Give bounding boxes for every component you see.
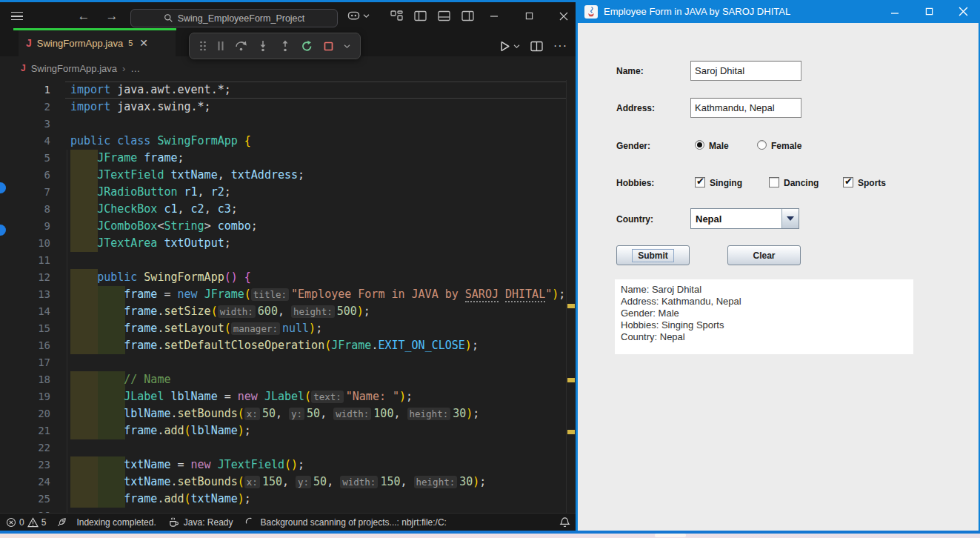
- rocket-icon[interactable]: [56, 517, 67, 528]
- command-center-search[interactable]: Swing_EmployeeForm_Project: [130, 9, 338, 27]
- line-number: 9: [21, 218, 50, 235]
- hobby-checkbox-sports[interactable]: [843, 177, 853, 187]
- breadcrumb-more[interactable]: …: [130, 63, 140, 74]
- code-line[interactable]: 25 frame.add(txtName);: [0, 491, 578, 508]
- code-line[interactable]: 21 frame.add(lblName);: [0, 422, 578, 439]
- run-chevron-icon: [513, 44, 520, 49]
- code-line[interactable]: 3: [0, 116, 578, 133]
- combo-arrow-icon: [787, 216, 794, 221]
- code-line[interactable]: 14 frame.setSize(width:600, height:500);: [0, 303, 578, 320]
- gender-radio-female[interactable]: [757, 140, 767, 150]
- code-line[interactable]: 8 JCheckBox c1, c2, c3;: [0, 201, 578, 218]
- code-line[interactable]: 10 JTextArea txtOutput;: [0, 235, 578, 252]
- code-line[interactable]: 23 txtName = new JTextField();: [0, 456, 578, 474]
- editor-actions: ···: [499, 33, 567, 59]
- more-actions-icon[interactable]: ···: [553, 39, 567, 53]
- app-minimize-button[interactable]: [879, 0, 911, 23]
- combo-dropdown-button[interactable]: [781, 209, 799, 228]
- indexing-status[interactable]: Indexing completed.: [76, 517, 156, 528]
- gender-radio-male[interactable]: [695, 140, 704, 150]
- close-button[interactable]: [553, 2, 575, 30]
- code-line[interactable]: 17: [0, 354, 578, 371]
- menu-hamburger-icon[interactable]: [7, 2, 27, 30]
- back-arrow-icon[interactable]: ←: [74, 2, 93, 30]
- bell-icon[interactable]: [559, 517, 570, 528]
- maximize-button[interactable]: [518, 2, 540, 30]
- minimize-button[interactable]: [483, 2, 505, 30]
- code-line[interactable]: 7 JRadioButton r1, r2;: [0, 184, 578, 201]
- warning-marker: [567, 430, 575, 434]
- run-button[interactable]: [499, 40, 520, 53]
- app-close-button[interactable]: [947, 0, 979, 23]
- address-field[interactable]: Kathmandu, Nepal: [690, 98, 801, 118]
- name-field[interactable]: Saroj Dhital: [690, 61, 801, 81]
- forward-arrow-icon[interactable]: →: [102, 2, 121, 30]
- copilot-button[interactable]: [342, 2, 373, 30]
- country-combobox[interactable]: Nepal: [690, 208, 799, 229]
- code-editor[interactable]: 1import java.awt.event.*;2import javax.s…: [0, 80, 578, 513]
- code-line[interactable]: 18 // Name: [0, 371, 578, 388]
- code-line[interactable]: 22: [0, 439, 578, 456]
- code-line[interactable]: 19 JLabel lblName = new JLabel(text:"Nam…: [0, 388, 578, 405]
- java-ready-status[interactable]: Java: Ready: [184, 517, 233, 528]
- line-number: 8: [21, 201, 50, 218]
- errors-count: 0: [19, 517, 24, 528]
- step-into-icon[interactable]: [257, 40, 269, 52]
- clear-button[interactable]: Clear: [727, 245, 801, 265]
- gender-option-label[interactable]: Female: [771, 141, 801, 151]
- code-line[interactable]: 16 frame.setDefaultCloseOperation(JFrame…: [0, 337, 578, 354]
- toggle-sidebar-icon[interactable]: [414, 10, 427, 21]
- toggle-panel-icon[interactable]: [438, 10, 450, 21]
- tab-close-icon[interactable]: ✕: [139, 37, 148, 49]
- code-line[interactable]: 9 JComboBox<String> combo;: [0, 218, 578, 235]
- line-number: 19: [21, 388, 50, 405]
- breadcrumb-file[interactable]: SwingFormApp.java: [31, 63, 117, 74]
- breadcrumb[interactable]: J SwingFormApp.java › …: [0, 56, 578, 80]
- customize-layout-icon[interactable]: [390, 10, 403, 21]
- stop-icon[interactable]: [323, 41, 334, 52]
- code-line[interactable]: 12 public SwingFormApp() {: [0, 269, 578, 286]
- code-line[interactable]: 4public class SwingFormApp {: [0, 133, 578, 150]
- stop-chevron-icon[interactable]: [344, 44, 350, 49]
- toggle-secondary-sidebar-icon[interactable]: [461, 10, 474, 21]
- code-line[interactable]: 5 JFrame frame;: [0, 150, 578, 167]
- drag-grip-icon[interactable]: [199, 41, 207, 51]
- code-line[interactable]: 24 txtName.setBounds(x:150, y:50, width:…: [0, 474, 578, 491]
- problems-status[interactable]: 0 5: [6, 517, 46, 528]
- code-line[interactable]: 26: [0, 508, 578, 513]
- chevron-down-icon: [363, 13, 370, 19]
- line-number: 23: [21, 456, 50, 474]
- desktop-strip: [0, 534, 980, 538]
- hobby-checkbox-singing[interactable]: [695, 177, 705, 187]
- gender-option-label[interactable]: Male: [709, 141, 729, 151]
- split-editor-icon[interactable]: [530, 41, 543, 52]
- restart-icon[interactable]: [301, 40, 313, 53]
- code-line[interactable]: 11: [0, 252, 578, 269]
- submit-button[interactable]: Submit: [616, 245, 690, 265]
- country-selected-value: Nepal: [691, 209, 781, 228]
- hobbies-label: Hobbies:: [616, 178, 654, 188]
- code-line[interactable]: 1import java.awt.event.*;: [0, 82, 578, 99]
- line-number: 26: [21, 508, 50, 513]
- tab-problems-badge: 5: [128, 39, 133, 47]
- step-over-icon[interactable]: [235, 40, 247, 52]
- copilot-icon: [347, 10, 361, 21]
- app-maximize-button[interactable]: [913, 0, 945, 23]
- tab-swingformapp[interactable]: J SwingFormApp.java 5 ✕: [19, 30, 176, 56]
- step-out-icon[interactable]: [279, 40, 291, 52]
- app-titlebar[interactable]: Employee Form in JAVA by SAROJ DHITAL: [578, 0, 979, 23]
- code-line[interactable]: 2import javax.swing.*;: [0, 99, 578, 116]
- pause-icon[interactable]: [216, 41, 225, 51]
- scanning-status[interactable]: Background scanning of projects...: nbjr…: [260, 517, 446, 528]
- java-file-icon: J: [21, 63, 26, 73]
- hobby-option-label[interactable]: Singing: [710, 178, 742, 188]
- app-title: Employee Form in JAVA by SAROJ DHITAL: [604, 6, 790, 17]
- hobby-checkbox-dancing[interactable]: [769, 177, 779, 187]
- output-textarea[interactable]: Name: Saroj DhitalAddress: Kathmandu, Ne…: [615, 279, 913, 354]
- code-line[interactable]: 13 frame = new JFrame(title:"Employee Fo…: [0, 286, 578, 303]
- hobby-option-label[interactable]: Sports: [858, 178, 886, 188]
- code-line[interactable]: 20 lblName.setBounds(x:50, y:50, width:1…: [0, 405, 578, 422]
- hobby-option-label[interactable]: Dancing: [784, 178, 819, 188]
- code-line[interactable]: 15 frame.setLayout(manager:null);: [0, 320, 578, 337]
- code-line[interactable]: 6 JTextField txtName, txtAddress;: [0, 167, 578, 184]
